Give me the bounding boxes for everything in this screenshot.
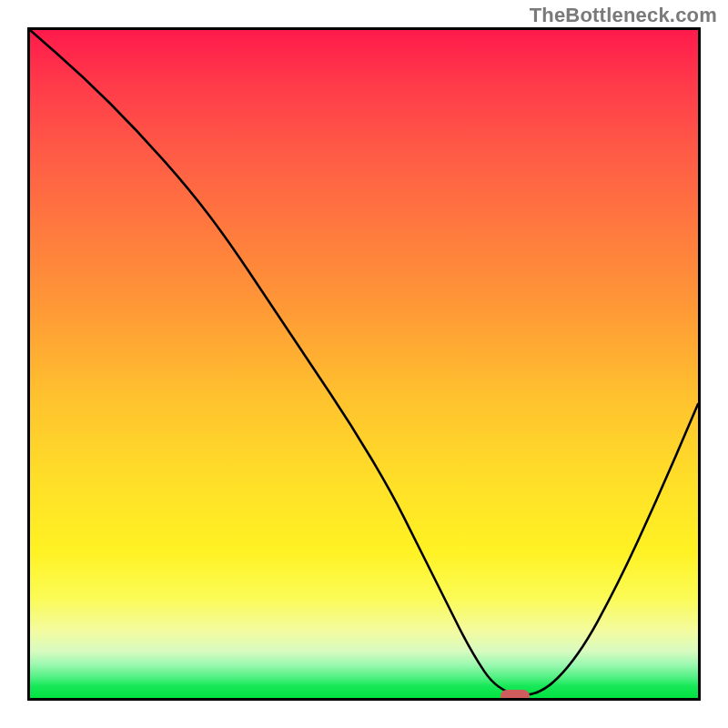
watermark-text: TheBottleneck.com	[530, 4, 717, 27]
optimal-point-marker	[500, 690, 530, 701]
bottleneck-curve-svg	[30, 30, 698, 698]
plot-area	[27, 27, 701, 701]
bottleneck-curve-path	[30, 30, 698, 695]
chart-stage: TheBottleneck.com	[0, 0, 728, 728]
